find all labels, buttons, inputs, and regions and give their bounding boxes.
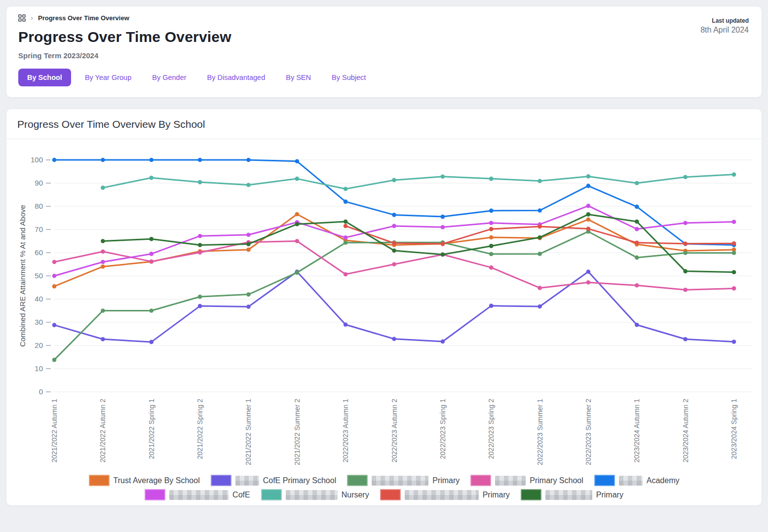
redacted-school-name: [169, 490, 229, 500]
tab-by-sen[interactable]: By SEN: [279, 69, 318, 86]
legend-label: Primary School: [530, 476, 583, 485]
series-4: [52, 158, 736, 247]
legend-swatch: [145, 489, 165, 500]
svg-text:2022/2023 Spring 2: 2022/2023 Spring 2: [487, 399, 495, 459]
svg-text:50: 50: [35, 271, 43, 280]
legend-swatch: [521, 489, 541, 500]
tab-by-gender[interactable]: By Gender: [145, 69, 193, 86]
page-subtitle: Spring Term 2023/2024: [18, 51, 750, 60]
breadcrumb-current[interactable]: Progress Over Time Overview: [38, 14, 129, 22]
legend-item[interactable]: CofE: [145, 489, 250, 500]
tab-by-disadvantaged[interactable]: By Disadvantaged: [200, 69, 272, 86]
svg-text:2021/2022 Summer 2: 2021/2022 Summer 2: [293, 399, 301, 465]
svg-text:2021/2022 Summer 1: 2021/2022 Summer 1: [244, 399, 252, 465]
redacted-school-name: [405, 490, 479, 500]
legend-item[interactable]: Primary: [380, 489, 510, 500]
svg-text:100: 100: [31, 155, 43, 164]
svg-text:80: 80: [35, 202, 43, 210]
svg-text:60: 60: [35, 248, 43, 257]
chart-legend: Trust Average By SchoolCofE Primary Scho…: [71, 475, 697, 500]
chevron-right-icon: ›: [31, 14, 33, 21]
x-axis-labels: 2021/2022 Autumn 12021/2022 Autumn 22021…: [50, 399, 738, 465]
last-updated: Last updated 8th April 2024: [700, 17, 749, 35]
chart-area: 0102030405060708090100Combined ARE Attai…: [6, 139, 762, 474]
legend-label: Nursery: [342, 491, 369, 499]
legend-item[interactable]: Primary: [521, 489, 623, 500]
svg-text:20: 20: [35, 341, 43, 349]
svg-text:30: 30: [35, 318, 43, 326]
legend-label: Primary: [432, 476, 460, 485]
progress-line-chart[interactable]: 0102030405060708090100Combined ARE Attai…: [13, 143, 757, 472]
svg-text:70: 70: [35, 225, 43, 233]
chart-card: Progress Over Time Overview By School 01…: [6, 109, 762, 506]
chart-title: Progress Over Time Overview By School: [17, 118, 751, 130]
svg-text:2021/2022 Autumn 1: 2021/2022 Autumn 1: [50, 399, 58, 462]
redacted-school-name: [545, 490, 592, 500]
redacted-school-name: [495, 476, 526, 486]
svg-text:2021/2022 Spring 1: 2021/2022 Spring 1: [148, 399, 155, 459]
page-header-card: › Progress Over Time Overview Progress O…: [6, 6, 762, 98]
y-axis-label: Combined ARE Attainment % At and Above: [18, 205, 27, 347]
svg-text:10: 10: [35, 364, 43, 373]
legend-label: Academy: [647, 476, 680, 485]
legend-swatch: [470, 475, 491, 486]
legend-item[interactable]: Primary: [347, 475, 460, 486]
svg-text:2022/2023 Summer 2: 2022/2023 Summer 2: [584, 399, 592, 465]
svg-text:2023/2024 Spring 1: 2023/2024 Spring 1: [730, 399, 738, 459]
svg-text:0: 0: [39, 387, 43, 396]
legend-swatch: [89, 475, 110, 486]
legend-item[interactable]: CofE Primary School: [211, 475, 337, 486]
gridlines: 0102030405060708090100: [31, 155, 753, 396]
legend-item[interactable]: Trust Average By School: [89, 475, 200, 486]
tab-by-year-group[interactable]: By Year Group: [78, 69, 138, 86]
grid-icon[interactable]: [18, 14, 26, 22]
legend-swatch: [594, 475, 615, 486]
svg-text:2022/2023 Spring 1: 2022/2023 Spring 1: [439, 399, 447, 459]
legend-item[interactable]: Primary School: [470, 475, 583, 486]
svg-text:2023/2024 Autumn 1: 2023/2024 Autumn 1: [633, 399, 641, 462]
series-6: [101, 172, 736, 191]
legend-label: Trust Average By School: [114, 476, 200, 485]
last-updated-value: 8th April 2024: [700, 26, 749, 35]
redacted-school-name: [372, 476, 428, 486]
series-1: [52, 269, 736, 344]
svg-text:2022/2023 Autumn 2: 2022/2023 Autumn 2: [390, 399, 398, 462]
legend-label: Primary: [483, 491, 510, 499]
tab-by-subject[interactable]: By Subject: [325, 69, 373, 86]
svg-text:90: 90: [35, 179, 43, 187]
svg-text:2021/2022 Spring 2: 2021/2022 Spring 2: [196, 399, 204, 459]
legend-swatch: [380, 489, 401, 500]
redacted-school-name: [286, 490, 338, 500]
legend-item[interactable]: Academy: [594, 475, 680, 486]
legend-label: CofE: [232, 491, 250, 499]
page-title: Progress Over Time Overview: [18, 29, 750, 45]
legend-label: CofE Primary School: [263, 476, 337, 485]
tab-by-school[interactable]: By School: [18, 69, 71, 86]
last-updated-label: Last updated: [700, 17, 749, 24]
legend-swatch: [211, 475, 231, 486]
legend-swatch: [347, 475, 368, 486]
redacted-school-name: [619, 476, 643, 486]
redacted-school-name: [235, 476, 259, 486]
svg-text:2022/2023 Autumn 1: 2022/2023 Autumn 1: [342, 399, 349, 462]
legend-label: Primary: [596, 491, 623, 499]
legend-item[interactable]: Nursery: [261, 489, 369, 500]
legend-swatch: [261, 489, 282, 500]
breadcrumb: › Progress Over Time Overview: [18, 14, 750, 22]
svg-text:2022/2023 Summer 1: 2022/2023 Summer 1: [536, 399, 544, 465]
svg-text:2021/2022 Autumn 2: 2021/2022 Autumn 2: [99, 399, 107, 462]
series-7: [344, 224, 736, 246]
chart-card-header: Progress Over Time Overview By School: [6, 109, 762, 139]
tab-bar: By SchoolBy Year GroupBy GenderBy Disadv…: [18, 69, 750, 86]
svg-text:2023/2024 Autumn 2: 2023/2024 Autumn 2: [682, 399, 690, 462]
svg-text:40: 40: [35, 295, 43, 303]
